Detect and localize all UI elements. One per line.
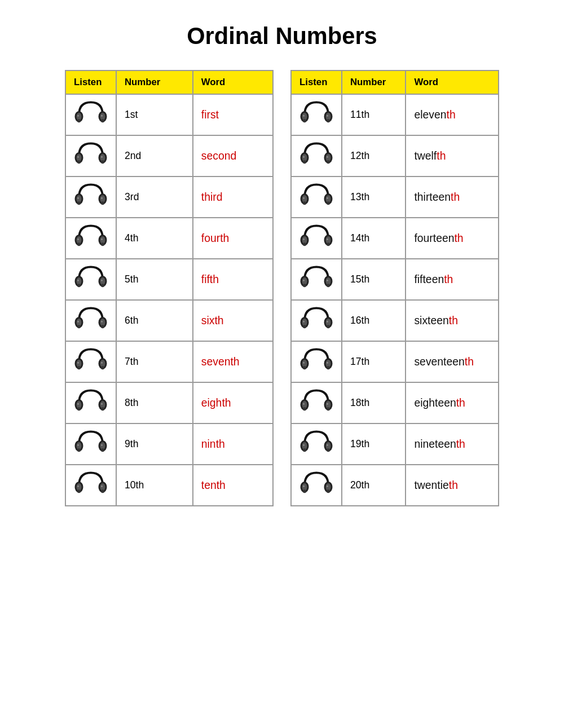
number-cell: 13th [342,177,406,218]
number-cell: 12th [342,135,406,177]
svg-point-2 [77,119,81,122]
svg-point-7 [101,115,103,117]
number-cell: 3rd [116,177,193,218]
svg-point-58 [77,407,81,411]
table-row: 4thfourth [65,218,273,259]
listen-cell[interactable] [291,423,342,465]
svg-point-138 [303,407,306,411]
number-cell: 18th [342,382,406,423]
svg-point-46 [77,321,79,323]
svg-point-126 [303,321,305,323]
listen-cell[interactable] [65,218,116,259]
svg-point-70 [77,444,79,446]
svg-point-130 [303,366,306,369]
table-row: 19thnineteenth [291,423,499,465]
word-cell: fourteenth [406,218,499,259]
listen-cell[interactable] [65,423,116,465]
number-cell: 16th [342,300,406,341]
word-cell: fifth [193,259,273,300]
svg-point-157 [327,489,330,493]
table-row: 1stfirst [65,94,273,135]
word-cell: third [193,177,273,218]
svg-point-79 [101,486,103,487]
word-cell: first [193,94,273,135]
svg-point-154 [303,489,306,493]
table-right: Listen Number Word 11theleventh [290,70,499,506]
word-cell: thirteenth [406,177,499,218]
svg-point-74 [77,489,81,493]
svg-point-10 [77,160,81,164]
listen-cell[interactable] [291,382,342,423]
listen-cell[interactable] [65,300,116,341]
listen-cell[interactable] [291,465,342,506]
svg-point-54 [77,362,79,364]
listen-cell[interactable] [291,135,342,177]
listen-cell[interactable] [291,259,342,300]
svg-point-29 [101,242,104,246]
number-cell: 14th [342,218,406,259]
svg-point-95 [327,156,328,158]
svg-point-90 [303,160,306,164]
listen-cell[interactable] [291,94,342,135]
th-listen-1: Listen [65,70,116,94]
listen-cell[interactable] [65,341,116,382]
svg-point-125 [327,325,330,328]
svg-point-102 [303,197,305,199]
table-row: 10thtenth [65,465,273,506]
table-row: 5thfifth [65,259,273,300]
word-cell: second [193,135,273,177]
svg-point-71 [101,444,103,446]
table-row: 6thsixth [65,300,273,341]
svg-point-53 [101,366,104,369]
word-cell: sixteenth [406,300,499,341]
listen-cell[interactable] [291,341,342,382]
svg-point-15 [101,156,103,158]
table-row: 9thninth [65,423,273,465]
word-cell: seventeenth [406,341,499,382]
svg-point-18 [77,201,81,205]
table-row: 16thsixteenth [291,300,499,341]
svg-point-34 [77,284,81,287]
svg-point-22 [77,197,79,199]
word-cell: twelfth [406,135,499,177]
listen-cell[interactable] [65,135,116,177]
table-row: 7thseventh [65,341,273,382]
svg-point-117 [327,284,330,287]
table-row: 2ndsecond [65,135,273,177]
svg-point-142 [303,403,305,405]
number-cell: 1st [116,94,193,135]
number-cell: 19th [342,423,406,465]
svg-point-101 [327,201,330,205]
svg-point-150 [303,444,305,446]
svg-point-109 [327,242,330,246]
word-cell: nineteenth [406,423,499,465]
svg-point-146 [303,448,306,452]
listen-cell[interactable] [65,259,116,300]
listen-cell[interactable] [291,218,342,259]
number-cell: 4th [116,218,193,259]
svg-point-141 [327,407,330,411]
svg-point-45 [101,325,104,328]
svg-point-159 [327,486,328,487]
listen-cell[interactable] [291,300,342,341]
listen-cell[interactable] [65,382,116,423]
svg-point-13 [101,160,104,164]
svg-point-114 [303,284,306,287]
svg-point-87 [327,115,328,117]
table-row: 3rdthird [65,177,273,218]
listen-cell[interactable] [65,465,116,506]
svg-point-94 [303,156,305,158]
svg-point-21 [101,201,104,205]
number-cell: 15th [342,259,406,300]
svg-point-82 [303,119,306,122]
svg-point-31 [101,239,103,240]
listen-cell[interactable] [65,94,116,135]
word-cell: fifteenth [406,259,499,300]
svg-point-39 [101,280,103,281]
number-cell: 5th [116,259,193,300]
listen-cell[interactable] [65,177,116,218]
svg-point-122 [303,325,306,328]
table-row: 14thfourteenth [291,218,499,259]
word-cell: eleventh [406,94,499,135]
listen-cell[interactable] [291,177,342,218]
